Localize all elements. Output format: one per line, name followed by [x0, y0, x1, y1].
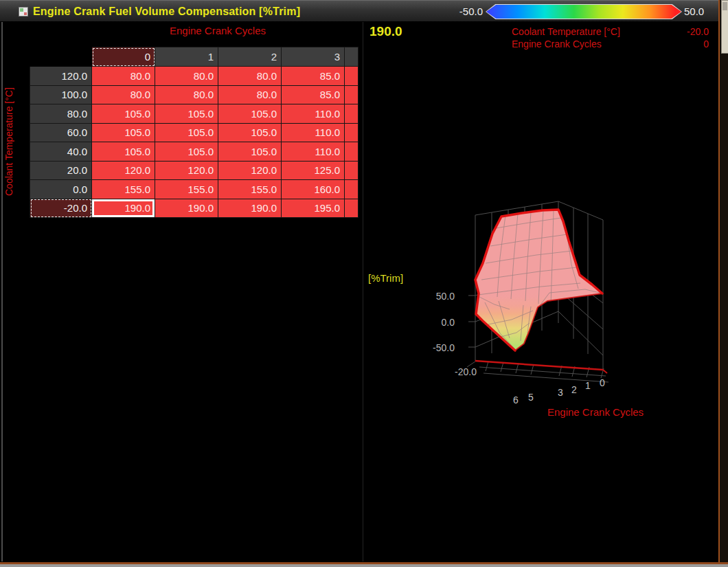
value-cell[interactable]: 190.0	[92, 199, 155, 218]
col-header-3[interactable]: 3	[282, 47, 345, 67]
colorbar-max-label: 50.0	[684, 5, 722, 17]
value-cell[interactable]: 80.0	[218, 67, 282, 86]
row-header-120.0[interactable]: 120.0	[30, 67, 92, 86]
row-header-60.0[interactable]: 60.0	[30, 123, 92, 142]
info-crank-cycles-label: Engine Crank Cycles	[512, 38, 602, 49]
plot-z-tick-neg50: -50.0	[423, 342, 455, 353]
table-row: -20.0190.0190.0190.0195.0	[30, 199, 359, 218]
value-cell[interactable]: 105.0	[218, 104, 282, 124]
plot-x-tick-1: 1	[583, 380, 593, 391]
plot-x-tick-0: 0	[598, 377, 607, 388]
info-crank-cycles-value: 0	[658, 38, 709, 49]
plot-x-tick-3: 3	[556, 387, 565, 398]
map-editor-window: Engine Crank Fuel Volume Compensation [%…	[0, 0, 728, 567]
value-cell[interactable]: 190.0	[155, 199, 218, 218]
table-row: 0.0155.0155.0155.0160.0	[30, 180, 359, 199]
value-cell[interactable]: 155.0	[155, 180, 218, 199]
plot-x-axis-label: Engine Crank Cycles	[547, 406, 644, 418]
plot-x-tick-2: 2	[569, 384, 579, 395]
value-cell-partial[interactable]	[345, 180, 359, 199]
value-cell[interactable]: 105.0	[155, 104, 218, 124]
value-cell-partial[interactable]	[345, 123, 359, 142]
row-header-40.0[interactable]: 40.0	[30, 142, 92, 162]
value-cell[interactable]: 155.0	[92, 180, 155, 199]
value-cell[interactable]: 105.0	[92, 123, 155, 142]
table-corner-cell	[30, 47, 92, 67]
col-header-2[interactable]: 2	[218, 47, 282, 67]
surface-dip-shading	[460, 289, 611, 357]
value-cell-partial[interactable]	[345, 199, 359, 218]
row-header-100.0[interactable]: 100.0	[30, 85, 92, 104]
col-header-0[interactable]: 0	[92, 47, 155, 67]
colorbar-min-label: -50.0	[445, 5, 483, 17]
value-cell-partial[interactable]	[345, 85, 359, 104]
table-head-row: 0123	[30, 47, 359, 67]
value-cell[interactable]: 120.0	[92, 161, 155, 180]
desktop-edge	[0, 564, 728, 567]
table-grid-icon	[19, 7, 28, 16]
value-cell[interactable]: 195.0	[282, 199, 345, 218]
col-header-partial[interactable]	[345, 47, 359, 67]
value-cell-partial[interactable]	[345, 161, 359, 180]
value-cell[interactable]: 80.0	[155, 67, 218, 86]
info-coolant-temp-value: -20.0	[658, 26, 709, 37]
map-table: 0123 120.080.080.080.085.0100.080.080.08…	[30, 47, 359, 218]
table-row: 60.0105.0105.0105.0110.0	[30, 123, 359, 142]
plot-y-tick: -20.0	[445, 366, 477, 377]
plot-z-tick-50: 50.0	[423, 291, 455, 302]
value-cell[interactable]: 105.0	[92, 142, 155, 162]
row-header-20.0[interactable]: 20.0	[30, 161, 92, 180]
value-cell[interactable]: 105.0	[155, 142, 218, 162]
plot-z-unit-label: [%Trim]	[368, 272, 403, 284]
value-cell[interactable]: 120.0	[218, 161, 282, 180]
value-cell[interactable]: 110.0	[282, 123, 345, 142]
title-bar[interactable]: Engine Crank Fuel Volume Compensation [%…	[0, 0, 718, 22]
value-cell[interactable]: 85.0	[282, 85, 345, 104]
value-cell-partial[interactable]	[345, 104, 359, 124]
value-cell[interactable]: 85.0	[282, 67, 345, 86]
table-row: 20.0120.0120.0120.0125.0	[30, 161, 359, 180]
plot-x-tick-6: 6	[511, 394, 521, 405]
table-y-axis-title: Coolant Temperature [°C]	[3, 62, 15, 221]
value-cell[interactable]: 110.0	[282, 104, 345, 124]
value-cell-partial[interactable]	[345, 67, 359, 86]
table-row: 80.0105.0105.0105.0110.0	[30, 104, 359, 124]
value-cell[interactable]: 120.0	[155, 161, 218, 180]
value-cell[interactable]: 190.0	[218, 199, 282, 218]
window-title: Engine Crank Fuel Volume Compensation [%…	[33, 5, 300, 18]
value-cell[interactable]: 105.0	[155, 123, 218, 142]
value-cell-partial[interactable]	[345, 142, 359, 162]
col-header-1[interactable]: 1	[155, 47, 218, 67]
surface-3d-plot[interactable]	[364, 192, 721, 430]
panel-splitter[interactable]	[363, 22, 363, 562]
value-cell[interactable]: 105.0	[218, 142, 282, 162]
value-cell[interactable]: 80.0	[218, 85, 282, 104]
value-cell[interactable]: 110.0	[282, 142, 345, 162]
plot-x-tick-5: 5	[526, 392, 536, 403]
value-cell[interactable]: 105.0	[92, 104, 155, 124]
info-coolant-temp-label: Coolant Temperature [°C]	[512, 26, 620, 37]
value-cell[interactable]: 80.0	[155, 85, 218, 104]
row-header-0.0[interactable]: 0.0	[30, 180, 92, 199]
value-cell[interactable]: 155.0	[218, 180, 282, 199]
value-cell[interactable]: 80.0	[92, 67, 155, 86]
value-cell[interactable]: 105.0	[218, 123, 282, 142]
value-cell[interactable]: 80.0	[92, 85, 155, 104]
plot-z-tick-0: 0.0	[423, 317, 455, 328]
table-x-axis-title: Engine Crank Cycles	[91, 25, 344, 36]
selected-cell-value-readout: 190.0	[369, 24, 402, 39]
table-row: 40.0105.0105.0105.0110.0	[30, 142, 359, 162]
value-cell[interactable]: 160.0	[282, 180, 345, 199]
color-scale-bar	[486, 4, 682, 19]
value-cell[interactable]: 125.0	[282, 161, 345, 180]
table-row: 120.080.080.080.085.0	[30, 67, 359, 86]
table-row: 100.080.080.080.085.0	[30, 85, 359, 104]
row-header--20.0[interactable]: -20.0	[30, 199, 92, 218]
row-header-80.0[interactable]: 80.0	[30, 104, 92, 124]
